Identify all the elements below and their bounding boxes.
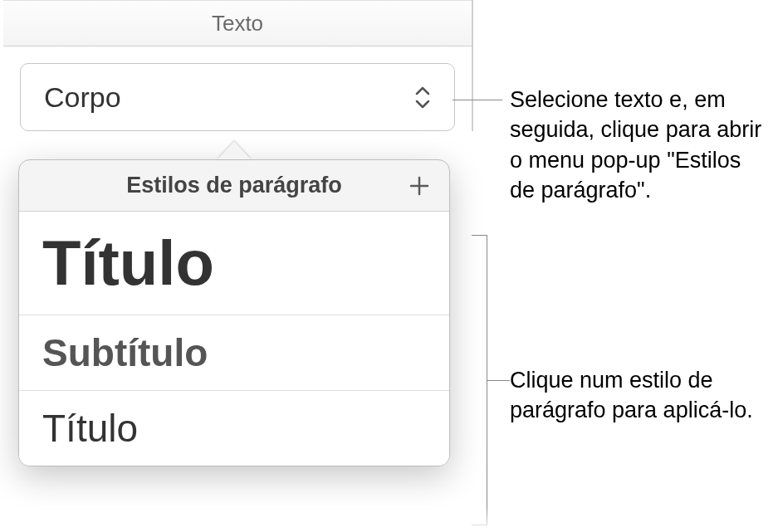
callout-connector: [453, 100, 502, 100]
callout-text: Selecione texto e, em seguida, clique pa…: [510, 85, 767, 206]
plus-icon: [409, 175, 430, 197]
text-format-panel: Texto Corpo: [3, 0, 473, 131]
callout-bracket: [472, 235, 505, 525]
style-item-label: Título: [42, 407, 138, 450]
style-item-heading[interactable]: Título: [19, 391, 449, 466]
panel-title: Texto: [212, 11, 263, 37]
callout-label: Selecione texto e, em seguida, clique pa…: [510, 87, 761, 203]
style-item-label: Título: [42, 227, 214, 298]
panel-header: Texto: [3, 0, 472, 46]
callout-label: Clique num estilo de parágrafo para apli…: [510, 368, 753, 422]
popover-header: Estilos de parágrafo: [19, 160, 449, 212]
popover-arrow: [218, 141, 251, 159]
paragraph-styles-popover: Estilos de parágrafo Título Subtítulo Tí…: [18, 159, 450, 466]
fade-overlay: [0, 507, 778, 532]
paragraph-style-current: Corpo: [44, 81, 121, 114]
style-item-title[interactable]: Título: [19, 212, 449, 315]
add-style-button[interactable]: [404, 171, 434, 201]
paragraph-style-select[interactable]: Corpo: [20, 63, 455, 131]
style-list: Título Subtítulo Título: [19, 212, 449, 466]
chevron-updown-icon: [414, 86, 431, 109]
style-item-subtitle[interactable]: Subtítulo: [19, 315, 449, 391]
callout-text: Clique num estilo de parágrafo para apli…: [510, 365, 776, 426]
style-item-label: Subtítulo: [42, 331, 208, 374]
popover-title: Estilos de parágrafo: [126, 173, 342, 198]
